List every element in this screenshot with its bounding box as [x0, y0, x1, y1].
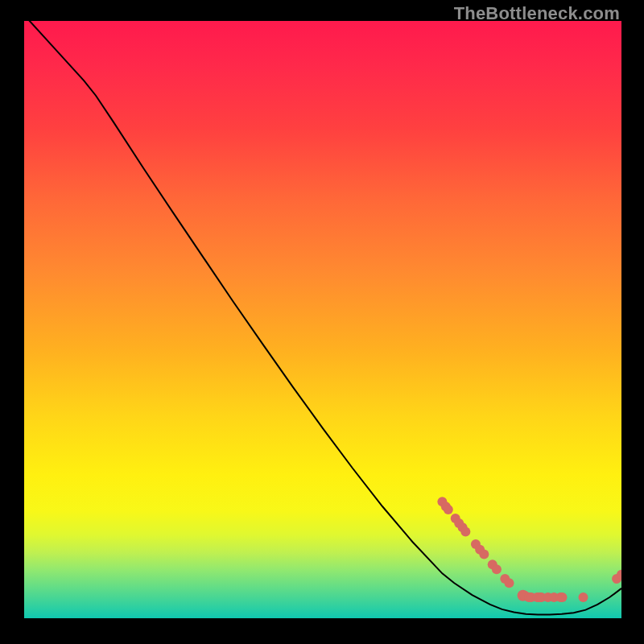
data-marker: [460, 526, 470, 536]
data-marker: [492, 564, 502, 574]
data-marker: [558, 592, 568, 602]
bottleneck-curve: [24, 21, 621, 615]
data-markers: [437, 497, 621, 602]
data-marker: [505, 578, 514, 588]
data-marker: [444, 505, 453, 514]
figure-frame: TheBottleneck.com: [0, 0, 644, 644]
data-marker: [579, 592, 588, 602]
plot-area: [24, 21, 621, 618]
data-marker: [479, 550, 489, 559]
chart-svg: [24, 21, 621, 618]
